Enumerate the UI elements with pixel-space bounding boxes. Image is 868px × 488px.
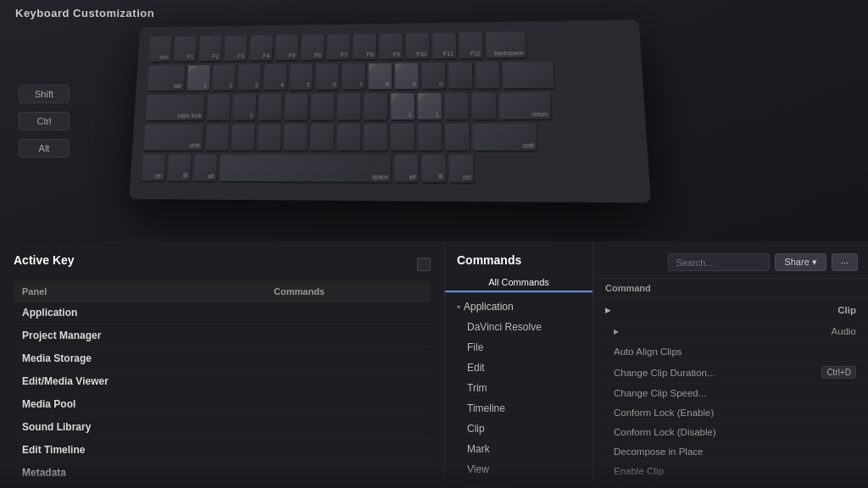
key-f[interactable] <box>285 94 309 122</box>
detail-item-enable-clip[interactable]: Enable Clip <box>593 462 868 481</box>
cmd-item-trim[interactable]: Trim <box>445 378 593 398</box>
command-detail-section: Share ▾ ··· Command ▸ Clip ▸ Audio Auto … <box>593 241 868 488</box>
key-f3[interactable]: F3 <box>225 36 248 63</box>
key-ralt[interactable]: alt <box>394 155 419 184</box>
key-enter[interactable]: return <box>499 92 552 121</box>
table-row[interactable]: Media Pool <box>14 393 431 416</box>
key-f5[interactable]: F5 <box>275 35 299 62</box>
key-w[interactable]: 2 <box>213 64 236 92</box>
commands-list: ▾ Application DaVinci Resolve File Edit … <box>445 297 593 488</box>
table-row[interactable]: Metadata <box>14 462 431 485</box>
share-button[interactable]: Share ▾ <box>775 253 826 271</box>
key-capslock[interactable]: caps lock <box>146 95 206 122</box>
key-slash[interactable] <box>445 124 470 152</box>
key-lbracket[interactable] <box>448 63 474 91</box>
key-p[interactable]: 0 <box>422 63 447 91</box>
command-detail-header: Command <box>593 279 868 298</box>
table-row[interactable]: Edit/Media Viewer <box>14 370 431 393</box>
cmd-item-playback[interactable]: Playback <box>445 480 593 488</box>
key-f6[interactable]: F6 <box>301 35 325 62</box>
key-u[interactable]: 7 <box>342 64 366 92</box>
key-z[interactable] <box>206 125 231 152</box>
key-f12[interactable]: F12 <box>459 32 484 60</box>
key-lctrl[interactable]: ctrl <box>142 154 166 182</box>
key-f8[interactable]: F8 <box>353 34 377 61</box>
detail-item-conform-enable[interactable]: Conform Lock (Enable) <box>593 403 868 423</box>
key-f9[interactable]: F9 <box>380 33 403 60</box>
key-win[interactable]: ⊞ <box>168 154 192 182</box>
cmd-item-clip[interactable]: Clip <box>445 419 593 439</box>
key-fn[interactable]: ⊞ <box>422 155 448 184</box>
key-semicolon[interactable] <box>445 93 470 121</box>
table-row[interactable]: Color Viewer <box>14 485 431 489</box>
key-period[interactable] <box>418 124 442 152</box>
key-e[interactable]: 3 <box>238 64 262 92</box>
key-comma[interactable] <box>391 124 415 152</box>
cmd-item-mark[interactable]: Mark <box>445 439 593 459</box>
detail-item-auto-align[interactable]: Auto Align Clips <box>593 342 868 362</box>
key-v[interactable] <box>284 124 309 152</box>
cmd-item-file[interactable]: File <box>445 337 593 358</box>
table-row[interactable]: Media Storage <box>14 347 431 370</box>
key-esc[interactable]: esc <box>149 36 173 63</box>
key-f1[interactable]: F1 <box>174 36 198 63</box>
key-q[interactable]: 1 <box>187 65 211 92</box>
cmd-item-davinci[interactable]: DaVinci Resolve <box>445 317 593 337</box>
table-row[interactable]: Project Manager <box>14 324 431 347</box>
table-row[interactable]: Application <box>14 302 431 324</box>
key-f2[interactable]: F2 <box>199 36 223 63</box>
key-lshift[interactable]: shift <box>143 125 204 152</box>
key-j[interactable] <box>364 93 389 121</box>
ctrl-key[interactable]: Ctrl <box>19 112 70 130</box>
detail-item-clip-speed[interactable]: Change Clip Speed... <box>593 384 868 403</box>
key-x[interactable] <box>231 125 256 152</box>
key-c[interactable] <box>258 125 282 152</box>
key-d[interactable] <box>259 94 283 122</box>
key-backslash[interactable] <box>503 62 555 91</box>
key-tab[interactable]: tab <box>147 65 186 92</box>
cmd-item-timeline[interactable]: Timeline <box>445 398 593 419</box>
table-row[interactable]: Sound Library <box>14 416 431 439</box>
search-input[interactable] <box>668 253 770 271</box>
detail-item-clip-duration[interactable]: Change Clip Duration... Ctrl+D <box>593 362 868 384</box>
cmd-item-application[interactable]: ▾ Application <box>445 297 593 317</box>
key-g[interactable] <box>311 94 336 122</box>
key-f4[interactable]: F4 <box>250 36 274 63</box>
key-l[interactable]: 1 <box>418 93 442 121</box>
key-rctrl[interactable]: ctrl <box>449 155 475 184</box>
key-f7[interactable]: F7 <box>327 34 351 61</box>
key-quote[interactable] <box>472 92 498 120</box>
key-o[interactable]: 9 <box>395 63 420 91</box>
key-f10[interactable]: F10 <box>406 33 431 60</box>
key-h[interactable] <box>337 93 362 121</box>
key-a[interactable] <box>207 94 231 121</box>
alt-key[interactable]: Alt <box>19 139 70 158</box>
tab-all-commands[interactable]: All Commands <box>445 274 593 292</box>
key-space[interactable]: space <box>220 155 392 184</box>
shift-key[interactable]: Shift <box>19 85 70 103</box>
key-n[interactable] <box>337 124 362 152</box>
cmd-item-edit[interactable]: Edit <box>445 358 593 378</box>
key-r[interactable]: 4 <box>264 64 287 92</box>
key-t[interactable]: 5 <box>290 64 314 92</box>
key-rshift[interactable]: shift <box>473 124 538 152</box>
key-lalt[interactable]: alt <box>193 154 218 182</box>
key-i[interactable]: 8 <box>369 64 392 92</box>
col-panel: Panel <box>14 282 265 302</box>
extra-button[interactable]: ··· <box>832 253 858 271</box>
key-rbracket[interactable] <box>476 62 501 90</box>
detail-item-decompose[interactable]: Decompose in Place <box>593 442 868 462</box>
key-b[interactable] <box>310 124 335 152</box>
active-key-checkbox[interactable] <box>417 258 431 271</box>
key-backspace[interactable]: backspace <box>486 31 527 59</box>
key-s[interactable]: 1 <box>233 94 258 121</box>
detail-item-finalize-take[interactable]: Finalize Take <box>593 481 868 488</box>
table-row[interactable]: Edit Timeline <box>14 439 431 462</box>
cmd-item-view[interactable]: View <box>445 459 593 480</box>
key-k[interactable]: 1 <box>391 93 415 121</box>
key-f11[interactable]: F11 <box>432 33 457 60</box>
detail-item-clip: ▸ Clip <box>593 300 868 321</box>
key-y[interactable]: 6 <box>316 64 340 91</box>
detail-item-conform-disable[interactable]: Conform Lock (Disable) <box>593 423 868 442</box>
key-m[interactable] <box>364 124 388 152</box>
